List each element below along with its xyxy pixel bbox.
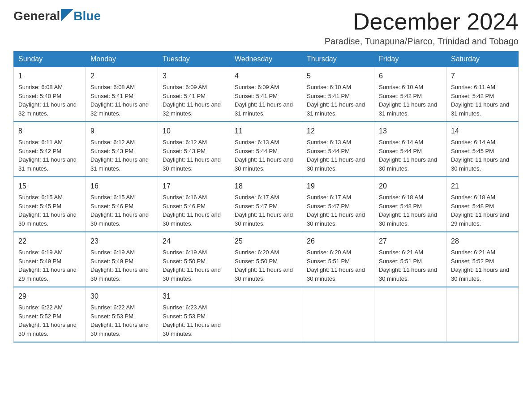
sunset-text: Sunset: 5:43 PM: [163, 148, 206, 154]
daylight-text: Daylight: 11 hours and 32 minutes.: [18, 101, 77, 117]
sunset-text: Sunset: 5:53 PM: [163, 313, 206, 320]
daylight-text: Daylight: 11 hours and 32 minutes.: [90, 101, 149, 117]
daylight-text: Daylight: 11 hours and 30 minutes.: [90, 321, 149, 337]
sunrise-text: Sunrise: 6:08 AM: [90, 84, 135, 90]
calendar-week-row: 15Sunrise: 6:15 AMSunset: 5:45 PMDayligh…: [14, 177, 519, 232]
calendar-cell: 17Sunrise: 6:16 AMSunset: 5:46 PMDayligh…: [158, 177, 230, 232]
sunset-text: Sunset: 5:52 PM: [18, 313, 61, 320]
month-title: December 2024: [325, 9, 519, 34]
sunrise-text: Sunrise: 6:12 AM: [163, 139, 207, 146]
daylight-text: Daylight: 11 hours and 30 minutes.: [307, 266, 365, 282]
calendar-cell: 21Sunrise: 6:18 AMSunset: 5:48 PMDayligh…: [446, 177, 519, 232]
daylight-text: Daylight: 11 hours and 31 minutes.: [379, 101, 437, 117]
sunset-text: Sunset: 5:53 PM: [90, 313, 133, 320]
sunrise-text: Sunrise: 6:20 AM: [307, 249, 351, 256]
calendar-cell: [446, 287, 519, 342]
calendar-cell: 12Sunrise: 6:13 AMSunset: 5:44 PMDayligh…: [302, 122, 374, 177]
daylight-text: Daylight: 11 hours and 30 minutes.: [90, 211, 149, 227]
sunrise-text: Sunrise: 6:11 AM: [18, 139, 63, 146]
calendar-cell: 5Sunrise: 6:10 AMSunset: 5:41 PMDaylight…: [302, 67, 374, 122]
day-number: 30: [90, 291, 153, 302]
calendar-table: SundayMondayTuesdayWednesdayThursdayFrid…: [13, 51, 519, 342]
sunset-text: Sunset: 5:43 PM: [90, 148, 133, 154]
day-number: 29: [18, 291, 81, 302]
calendar-cell: 16Sunrise: 6:15 AMSunset: 5:46 PMDayligh…: [86, 177, 158, 232]
calendar-week-row: 22Sunrise: 6:19 AMSunset: 5:49 PMDayligh…: [14, 232, 519, 287]
daylight-text: Daylight: 11 hours and 31 minutes.: [307, 101, 365, 117]
calendar-cell: 11Sunrise: 6:13 AMSunset: 5:44 PMDayligh…: [230, 122, 302, 177]
weekday-header-saturday: Saturday: [446, 51, 519, 67]
daylight-text: Daylight: 11 hours and 30 minutes.: [18, 321, 77, 337]
sunrise-text: Sunrise: 6:20 AM: [235, 249, 279, 256]
day-number: 22: [18, 236, 81, 247]
sunset-text: Sunset: 5:45 PM: [451, 148, 494, 154]
day-number: 7: [451, 71, 514, 81]
sunset-text: Sunset: 5:41 PM: [235, 93, 278, 99]
logo-blue-text: Blue: [73, 9, 101, 23]
sunrise-text: Sunrise: 6:22 AM: [18, 304, 63, 311]
sunrise-text: Sunrise: 6:14 AM: [379, 139, 423, 146]
sunrise-text: Sunrise: 6:12 AM: [90, 139, 135, 146]
sunset-text: Sunset: 5:41 PM: [163, 93, 206, 99]
calendar-cell: 20Sunrise: 6:18 AMSunset: 5:48 PMDayligh…: [374, 177, 446, 232]
sunset-text: Sunset: 5:51 PM: [379, 258, 422, 265]
daylight-text: Daylight: 11 hours and 31 minutes.: [235, 101, 293, 117]
sunset-text: Sunset: 5:45 PM: [18, 203, 61, 210]
day-number: 5: [307, 71, 369, 81]
sunrise-text: Sunrise: 6:14 AM: [451, 139, 495, 146]
calendar-cell: 9Sunrise: 6:12 AMSunset: 5:43 PMDaylight…: [86, 122, 158, 177]
calendar-cell: 30Sunrise: 6:22 AMSunset: 5:53 PMDayligh…: [86, 287, 158, 342]
day-number: 23: [90, 236, 153, 247]
sunrise-text: Sunrise: 6:17 AM: [307, 194, 351, 201]
sunrise-text: Sunrise: 6:19 AM: [90, 249, 135, 256]
calendar-cell: 15Sunrise: 6:15 AMSunset: 5:45 PMDayligh…: [14, 177, 86, 232]
calendar-cell: 10Sunrise: 6:12 AMSunset: 5:43 PMDayligh…: [158, 122, 230, 177]
calendar-cell: 13Sunrise: 6:14 AMSunset: 5:44 PMDayligh…: [374, 122, 446, 177]
sunset-text: Sunset: 5:40 PM: [18, 93, 61, 99]
sunrise-text: Sunrise: 6:23 AM: [163, 304, 207, 311]
weekday-header-sunday: Sunday: [14, 51, 86, 67]
daylight-text: Daylight: 11 hours and 31 minutes.: [18, 156, 77, 172]
sunset-text: Sunset: 5:52 PM: [451, 258, 494, 265]
logo-text: General Blue: [13, 9, 101, 23]
daylight-text: Daylight: 11 hours and 29 minutes.: [451, 211, 509, 227]
logo-blue-part: Blue: [60, 9, 101, 23]
logo-triangle-icon: [61, 9, 73, 21]
daylight-text: Daylight: 11 hours and 30 minutes.: [163, 211, 221, 227]
daylight-text: Daylight: 11 hours and 30 minutes.: [307, 211, 365, 227]
day-number: 26: [307, 236, 369, 247]
day-number: 6: [379, 71, 442, 81]
day-number: 2: [90, 71, 153, 81]
sunrise-text: Sunrise: 6:09 AM: [235, 84, 279, 90]
day-number: 16: [90, 181, 153, 192]
calendar-cell: 2Sunrise: 6:08 AMSunset: 5:41 PMDaylight…: [86, 67, 158, 122]
sunrise-text: Sunrise: 6:08 AM: [18, 84, 63, 90]
location-title: Paradise, Tunapuna/Piarco, Trinidad and …: [325, 36, 519, 47]
sunrise-text: Sunrise: 6:16 AM: [163, 194, 207, 201]
sunset-text: Sunset: 5:50 PM: [163, 258, 206, 265]
sunset-text: Sunset: 5:42 PM: [379, 93, 422, 99]
calendar-cell: [374, 287, 446, 342]
day-number: 11: [235, 126, 297, 137]
title-section: December 2024 Paradise, Tunapuna/Piarco,…: [325, 9, 519, 47]
day-number: 19: [307, 181, 369, 192]
calendar-cell: 3Sunrise: 6:09 AMSunset: 5:41 PMDaylight…: [158, 67, 230, 122]
sunset-text: Sunset: 5:51 PM: [307, 258, 350, 265]
sunrise-text: Sunrise: 6:15 AM: [90, 194, 135, 201]
logo: General Blue: [13, 9, 101, 23]
day-number: 27: [379, 236, 442, 247]
sunrise-text: Sunrise: 6:15 AM: [18, 194, 63, 201]
sunset-text: Sunset: 5:42 PM: [451, 93, 494, 99]
calendar-week-row: 8Sunrise: 6:11 AMSunset: 5:42 PMDaylight…: [14, 122, 519, 177]
calendar-cell: 29Sunrise: 6:22 AMSunset: 5:52 PMDayligh…: [14, 287, 86, 342]
calendar-cell: 31Sunrise: 6:23 AMSunset: 5:53 PMDayligh…: [158, 287, 230, 342]
day-number: 20: [379, 181, 442, 192]
sunrise-text: Sunrise: 6:13 AM: [235, 139, 279, 146]
daylight-text: Daylight: 11 hours and 30 minutes.: [379, 211, 437, 227]
sunrise-text: Sunrise: 6:19 AM: [163, 249, 207, 256]
calendar-cell: [302, 287, 374, 342]
daylight-text: Daylight: 11 hours and 30 minutes.: [451, 156, 509, 172]
sunset-text: Sunset: 5:42 PM: [18, 148, 61, 154]
day-number: 1: [18, 71, 81, 81]
sunrise-text: Sunrise: 6:10 AM: [307, 84, 351, 90]
